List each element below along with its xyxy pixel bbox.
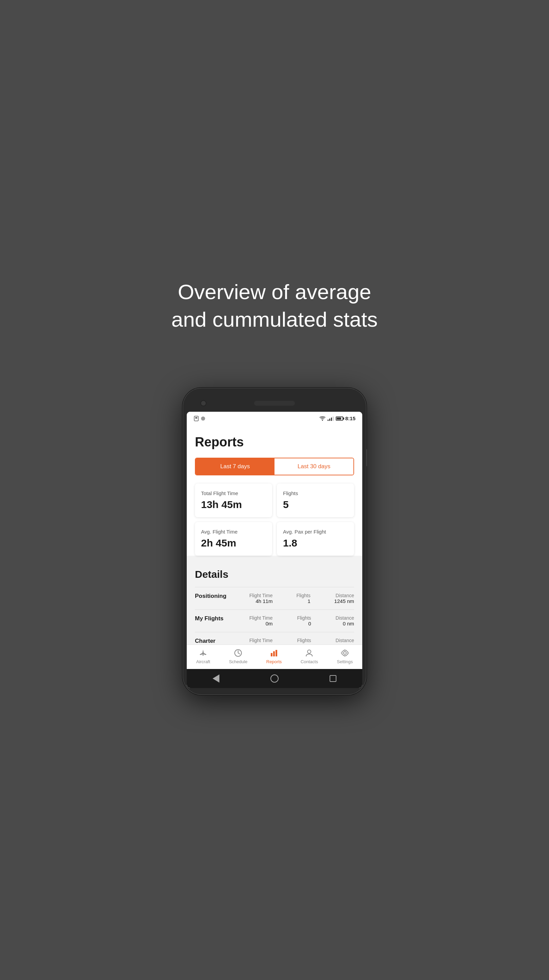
detail-stat-label-ft-pos: Flight Time <box>249 593 273 598</box>
clock-icon <box>233 648 243 658</box>
nav-label-contacts: Contacts <box>301 659 318 664</box>
svg-rect-8 <box>276 650 277 656</box>
detail-stat-value-dist-pos: 1245 nm <box>334 598 354 604</box>
details-section: Details Positioning Flight Time 4h 11m F… <box>187 560 362 644</box>
detail-stat-value-ft-mf: 0m <box>266 620 273 627</box>
sim-icon <box>194 416 199 421</box>
phone-top-bar <box>187 398 362 408</box>
stat-label-total-flight-time: Total Flight Time <box>201 490 266 496</box>
detail-stat-distance-positioning: Distance 1245 nm <box>334 593 354 604</box>
phone-screen: 8:15 Reports Last 7 days Last 30 days To… <box>187 412 362 688</box>
android-back-button[interactable] <box>211 674 221 683</box>
phone-volume-button <box>367 449 368 466</box>
detail-stat-label-fl-mf: Flights <box>297 615 311 620</box>
wifi-icon <box>319 416 325 421</box>
detail-stat-label-ft-mf: Flight Time <box>249 615 273 620</box>
bottom-nav: Aircraft Schedule <box>187 644 362 669</box>
status-bar: 8:15 <box>187 412 362 425</box>
nav-label-schedule: Schedule <box>229 659 247 664</box>
bar-chart-icon <box>270 648 279 658</box>
detail-category-positioning: Positioning <box>195 593 249 600</box>
battery-icon <box>336 417 343 421</box>
nav-item-aircraft[interactable]: Aircraft <box>196 648 210 664</box>
tab-last-30-days[interactable]: Last 30 days <box>274 458 354 475</box>
tab-last-7-days[interactable]: Last 7 days <box>195 458 274 475</box>
stat-card-total-flight-time: Total Flight Time 13h 45m <box>195 484 272 517</box>
app-content: Reports Last 7 days Last 30 days Total F… <box>187 425 362 556</box>
detail-row-charter: Charter Flight Time Flights Distance <box>195 632 354 644</box>
nav-label-reports: Reports <box>267 659 282 664</box>
detail-stat-distance-my-flights: Distance 0 nm <box>336 615 354 627</box>
detail-category-charter: Charter <box>195 638 249 644</box>
plane-icon <box>198 648 208 658</box>
detail-stat-flights-positioning: Flights 1 <box>296 593 310 604</box>
stats-row-2: Avg. Flight Time 2h 45m Avg. Pax per Fli… <box>195 522 354 556</box>
nav-label-settings: Settings <box>337 659 353 664</box>
detail-stat-flight-time-my-flights: Flight Time 0m <box>249 615 273 627</box>
tab-toggle: Last 7 days Last 30 days <box>195 458 354 476</box>
stat-card-avg-pax: Avg. Pax per Flight 1.8 <box>277 522 354 556</box>
person-icon <box>305 648 314 658</box>
detail-stats-positioning: Flight Time 4h 11m Flights 1 Distance 12… <box>249 593 354 604</box>
nav-item-reports[interactable]: Reports <box>267 648 282 664</box>
svg-point-9 <box>308 650 311 653</box>
svg-line-5 <box>238 653 240 654</box>
svg-point-2 <box>322 420 323 421</box>
detail-stat-label-fl-charter: Flights <box>297 638 311 643</box>
detail-stat-label-dist-pos: Distance <box>336 593 354 598</box>
android-nav-bar <box>187 669 362 688</box>
detail-stat-label-dist-mf: Distance <box>336 615 354 620</box>
detail-stat-value-ft-pos: 4h 11m <box>255 598 273 604</box>
stat-value-avg-pax: 1.8 <box>283 537 348 549</box>
phone-shell: 8:15 Reports Last 7 days Last 30 days To… <box>182 388 367 695</box>
detail-row-my-flights: My Flights Flight Time 0m Flights 0 Dist… <box>195 609 354 632</box>
detail-row-positioning: Positioning Flight Time 4h 11m Flights 1… <box>195 587 354 609</box>
stats-row-1: Total Flight Time 13h 45m Flights 5 <box>195 484 354 517</box>
svg-rect-6 <box>271 653 273 656</box>
stat-card-avg-flight-time: Avg. Flight Time 2h 45m <box>195 522 272 556</box>
phone-camera <box>200 400 206 406</box>
stat-value-flights: 5 <box>283 499 348 511</box>
svg-rect-7 <box>273 651 275 656</box>
time-display: 8:15 <box>345 415 355 421</box>
stat-label-flights: Flights <box>283 490 348 496</box>
detail-stat-flights-my-flights: Flights 0 <box>297 615 311 627</box>
status-dot <box>201 417 205 421</box>
nav-label-aircraft: Aircraft <box>196 659 210 664</box>
details-title: Details <box>195 569 354 580</box>
nav-item-contacts[interactable]: Contacts <box>301 648 318 664</box>
nav-item-schedule[interactable]: Schedule <box>229 648 247 664</box>
gear-icon <box>340 648 350 658</box>
page-title: Reports <box>195 435 354 450</box>
signal-icon <box>328 416 334 421</box>
detail-stat-label-dist-charter: Distance <box>336 638 354 643</box>
detail-stat-value-dist-mf: 0 nm <box>343 620 354 627</box>
nav-item-settings[interactable]: Settings <box>337 648 353 664</box>
detail-stats-partial-charter: Flight Time Flights Distance <box>249 638 354 643</box>
phone-speaker <box>254 401 295 406</box>
detail-stat-value-fl-pos: 1 <box>308 598 310 604</box>
detail-stat-label-fl-pos: Flights <box>296 593 310 598</box>
headline-line1: Overview of average and cummulated stats <box>171 278 378 333</box>
detail-stat-value-fl-mf: 0 <box>308 620 311 627</box>
stat-label-avg-pax: Avg. Pax per Flight <box>283 529 348 535</box>
svg-point-10 <box>344 652 346 654</box>
detail-category-my-flights: My Flights <box>195 615 249 622</box>
stat-card-flights: Flights 5 <box>277 484 354 517</box>
stat-value-total-flight-time: 13h 45m <box>201 499 266 511</box>
detail-stats-my-flights: Flight Time 0m Flights 0 Distance 0 nm <box>249 615 354 627</box>
android-home-button[interactable] <box>270 674 279 683</box>
stat-label-avg-flight-time: Avg. Flight Time <box>201 529 266 535</box>
android-recent-button[interactable] <box>328 674 338 683</box>
detail-stat-label-ft-charter: Flight Time <box>249 638 273 643</box>
stat-value-avg-flight-time: 2h 45m <box>201 537 266 549</box>
svg-rect-1 <box>195 417 197 418</box>
detail-stat-flight-time-positioning: Flight Time 4h 11m <box>249 593 273 604</box>
